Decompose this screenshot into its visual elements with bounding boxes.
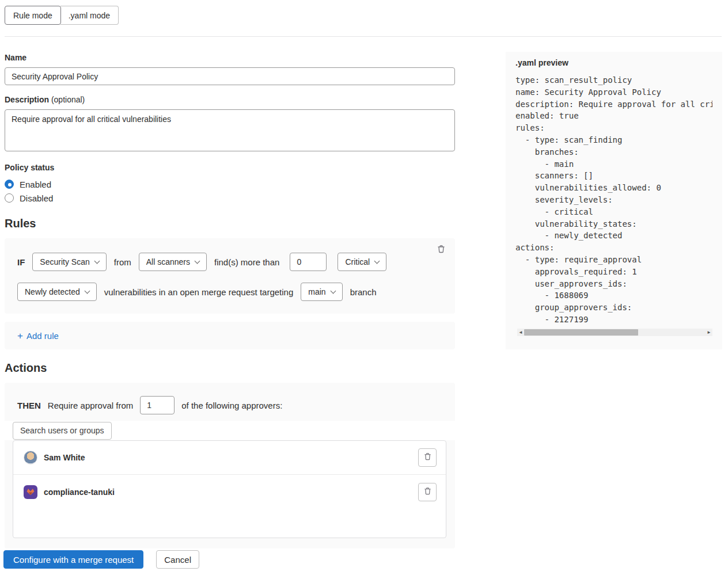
chevron-down-icon	[374, 258, 380, 264]
mode-tabs: Rule mode .yaml mode	[5, 6, 119, 25]
yaml-preview-title: .yaml preview	[515, 58, 712, 67]
add-rule-strip: + Add rule	[5, 322, 455, 349]
policy-status-label: Policy status	[5, 163, 455, 172]
chevron-down-icon	[84, 288, 90, 294]
plus-icon: +	[17, 331, 23, 341]
scrollbar-thumb[interactable]	[524, 329, 638, 336]
header-divider	[5, 36, 722, 37]
configure-merge-request-button[interactable]: Configure with a merge request	[3, 550, 143, 569]
name-label: Name	[5, 53, 455, 62]
rule-condition-row-1: IF Security Scan from All scanners find(…	[17, 253, 442, 271]
following-approvers-label: of the following approvers:	[181, 401, 282, 410]
scanners-select[interactable]: All scanners	[139, 253, 207, 271]
description-label: Description (optional)	[5, 95, 455, 104]
branch-select[interactable]: main	[301, 283, 342, 301]
remove-approver-button[interactable]	[418, 483, 437, 501]
add-rule-button[interactable]: + Add rule	[17, 331, 59, 341]
policy-editor-form: Name Description (optional) Require appr…	[5, 53, 455, 548]
trash-icon	[423, 452, 432, 463]
severity-select[interactable]: Critical	[338, 253, 386, 271]
delete-rule-button[interactable]	[434, 243, 448, 257]
rules-heading: Rules	[5, 217, 455, 230]
status-radio-disabled[interactable]: Disabled	[5, 191, 455, 205]
approver-row-user: Sam White	[13, 441, 446, 475]
cancel-button[interactable]: Cancel	[156, 550, 199, 569]
branch-label: branch	[350, 287, 377, 297]
scrollbar-track[interactable]	[524, 329, 706, 336]
actions-heading: Actions	[5, 361, 455, 375]
tab-yaml-mode[interactable]: .yaml mode	[60, 6, 119, 25]
description-optional-hint: (optional)	[51, 95, 85, 104]
policy-name-input[interactable]	[5, 67, 455, 85]
chevron-down-icon	[94, 258, 100, 264]
rule-condition-row-2: Newly detected vulnerabilities in an ope…	[17, 283, 442, 301]
scroll-left-arrow-icon[interactable]: ◄	[517, 329, 524, 336]
trash-icon	[423, 487, 432, 497]
remove-approver-button[interactable]	[418, 448, 437, 467]
approver-search-strip: Search users or groups	[5, 421, 455, 440]
approver-row-group: compliance-tanuki	[13, 475, 446, 509]
form-footer: Configure with a merge request Cancel	[3, 550, 199, 569]
radio-unselected-icon[interactable]	[5, 193, 14, 203]
radio-selected-icon[interactable]	[5, 180, 14, 189]
policy-description-textarea[interactable]: Require approval for all critical vulner…	[5, 109, 455, 151]
chevron-down-icon	[330, 288, 336, 294]
tab-rule-mode[interactable]: Rule mode	[5, 6, 61, 25]
scroll-right-arrow-icon[interactable]: ►	[706, 329, 712, 336]
approvals-required-input[interactable]	[140, 396, 175, 414]
scan-type-select[interactable]: Security Scan	[32, 253, 106, 271]
yaml-horizontal-scrollbar[interactable]: ◄ ►	[517, 329, 712, 336]
require-approval-label: Require approval from	[48, 401, 133, 410]
trash-icon	[437, 245, 446, 256]
rule-card: IF Security Scan from All scanners find(…	[5, 238, 455, 314]
vulnerabilities-allowed-input[interactable]	[290, 253, 327, 271]
group-avatar	[24, 485, 37, 499]
yaml-preview-panel: .yaml preview type: scan_result_policy n…	[506, 52, 722, 349]
finds-more-than-label: find(s) more than	[214, 257, 279, 267]
chevron-down-icon	[195, 258, 200, 264]
vulnerability-state-select[interactable]: Newly detected	[17, 283, 97, 301]
if-keyword: IF	[17, 257, 25, 267]
then-keyword: THEN	[17, 401, 41, 410]
then-row: THEN Require approval from of the follow…	[5, 396, 455, 414]
status-radio-enabled[interactable]: Enabled	[5, 177, 455, 191]
action-card: THEN Require approval from of the follow…	[5, 383, 455, 548]
approver-list: Sam White compli	[13, 440, 446, 538]
targeting-label: vulnerabilities in an open merge request…	[104, 287, 294, 297]
search-users-groups-input[interactable]: Search users or groups	[13, 422, 112, 440]
user-avatar	[24, 451, 37, 464]
yaml-preview-code: type: scan_result_policy name: Security …	[515, 74, 712, 326]
from-label: from	[114, 257, 131, 267]
